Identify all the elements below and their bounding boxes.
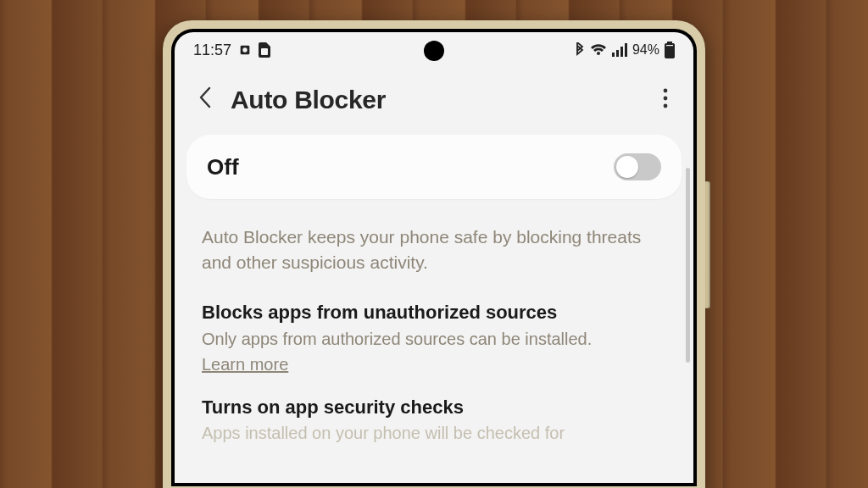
alarm-icon (238, 43, 252, 57)
scroll-indicator (686, 168, 690, 363)
back-button[interactable] (193, 83, 217, 116)
section-security-checks: Turns on app security checks (175, 390, 693, 424)
feature-description: Auto Blocker keeps your phone safe by bl… (175, 199, 693, 295)
master-toggle-switch[interactable] (614, 153, 661, 180)
svg-rect-6 (625, 43, 627, 57)
section-body-truncated: Apps installed on your phone will be che… (175, 424, 693, 443)
bluetooth-icon (575, 42, 585, 58)
page-title: Auto Blocker (231, 86, 643, 114)
status-time: 11:57 (193, 42, 231, 59)
master-toggle-row[interactable]: Off (186, 135, 682, 199)
section-title: Turns on app security checks (202, 396, 666, 419)
section-body: Only apps from authorized sources can be… (202, 330, 592, 348)
more-options-button[interactable] (656, 85, 675, 115)
svg-rect-9 (666, 45, 673, 46)
phone-side-button (705, 181, 710, 308)
sim-icon (259, 42, 270, 58)
master-toggle-label: Off (207, 154, 239, 180)
svg-rect-3 (612, 53, 615, 57)
toggle-knob (616, 156, 638, 178)
svg-point-10 (664, 88, 668, 92)
phone-screen: 11:57 (175, 32, 693, 483)
page-header: Auto Blocker (175, 68, 693, 135)
section-blocks-apps: Blocks apps from unauthorized sources On… (175, 295, 693, 390)
svg-point-11 (664, 96, 668, 100)
status-battery-text: 94% (632, 42, 659, 58)
svg-rect-2 (261, 48, 268, 55)
section-title: Blocks apps from unauthorized sources (202, 302, 666, 324)
svg-point-12 (664, 103, 668, 108)
svg-rect-5 (620, 47, 623, 57)
signal-icon (612, 43, 627, 57)
svg-rect-7 (667, 42, 672, 43)
phone-frame: 11:57 (163, 20, 705, 488)
svg-point-1 (242, 47, 247, 52)
learn-more-link[interactable]: Learn more (202, 352, 288, 376)
front-camera (424, 41, 444, 61)
wifi-icon (590, 43, 607, 57)
battery-icon (665, 42, 675, 58)
svg-rect-4 (616, 50, 619, 57)
